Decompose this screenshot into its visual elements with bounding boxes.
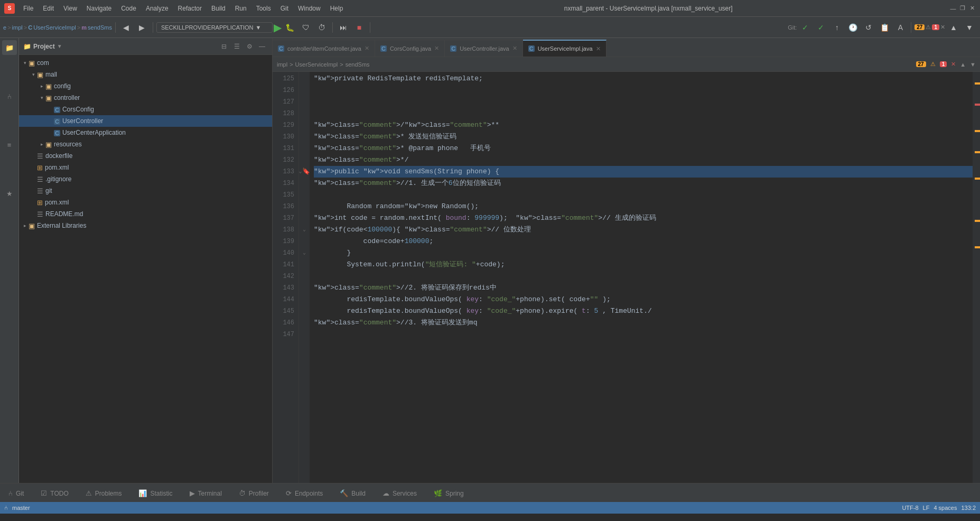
code-line-131[interactable]: "kw">class="comment">* @param phone 手机号	[314, 143, 973, 154]
stop-button[interactable]: ■	[352, 20, 367, 35]
menu-item-code[interactable]: Code	[117, 3, 141, 14]
bottom-tab-endpoints[interactable]: ⟳Endpoints	[277, 483, 331, 503]
code-line-144[interactable]: redisTemplate.boundValueOps( key: "code_…	[314, 294, 973, 305]
code-editor[interactable]: 1251261271281291301311321331341351361371…	[273, 72, 980, 483]
git-push-button[interactable]: ✓	[814, 20, 828, 35]
project-dropdown-icon[interactable]: ▼	[57, 43, 62, 49]
menu-item-navigate[interactable]: Navigate	[82, 3, 116, 14]
settings-button[interactable]: ⚙	[244, 41, 255, 52]
code-line-133[interactable]: "kw">public "kw">void sendSms(String pho…	[314, 166, 973, 178]
tab-close-CorsConfig[interactable]: ✕	[434, 45, 439, 52]
bottom-tab-spring[interactable]: 🌿Spring	[425, 483, 472, 503]
code-line-141[interactable]: System.out.println("短信验证码: "+code);	[314, 259, 973, 271]
code-line-132[interactable]: "kw">class="comment">*/	[314, 154, 973, 166]
git-check-button[interactable]: ✓	[798, 20, 813, 35]
scroll-minimap[interactable]	[973, 72, 980, 483]
nav-up-icon[interactable]: ▲	[960, 61, 966, 68]
breadcrumb-item[interactable]: impl	[12, 24, 23, 31]
tree-item-resources[interactable]: ▸▣resources	[19, 138, 272, 150]
menu-item-run[interactable]: Run	[231, 3, 251, 14]
tree-item-git[interactable]: ☰git	[19, 185, 272, 197]
git-pull-button[interactable]: ↑	[829, 20, 844, 35]
copy-path-button[interactable]: 📋	[877, 20, 892, 35]
side-icon-project[interactable]: 📁	[2, 40, 17, 55]
menu-item-help[interactable]: Help	[326, 3, 348, 14]
code-line-146[interactable]: "kw">class="comment">//3. 将验证码发送到mq	[314, 317, 973, 329]
tab-close-UserServiceImpl[interactable]: ✕	[596, 45, 601, 52]
bottom-tab-problems[interactable]: ⚠Problems	[77, 483, 130, 503]
tree-item-controller[interactable]: ▾▣controller	[19, 92, 272, 104]
tab-UserController[interactable]: CUserController.java✕	[445, 40, 523, 57]
tab-UserServiceImpl[interactable]: CUserServiceImpl.java✕	[523, 40, 606, 57]
menu-item-window[interactable]: Window	[294, 3, 325, 14]
menu-bar[interactable]: FileEditViewNavigateCodeAnalyzeRefactorB…	[19, 3, 347, 14]
code-line-126[interactable]	[314, 85, 973, 96]
bottom-tab-terminal[interactable]: ▶Terminal	[181, 483, 230, 503]
code-line-125[interactable]: "kw">private RedisTemplate redisTemplate…	[314, 73, 973, 85]
tree-item-README.md[interactable]: ☰README.md	[19, 208, 272, 220]
tree-item-ExternalLibraries[interactable]: ▸▣External Libraries	[19, 220, 272, 231]
minimize-button[interactable]: —	[949, 5, 957, 12]
bottom-tab-profiler[interactable]: ⏱Profiler	[230, 483, 277, 503]
nav-down[interactable]: ▼	[962, 20, 977, 35]
menu-item-refactor[interactable]: Refactor	[174, 3, 206, 14]
code-line-130[interactable]: "kw">class="comment">* 发送短信验证码	[314, 131, 973, 143]
bottom-tab-statistic[interactable]: 📊Statistic	[130, 483, 181, 503]
code-line-143[interactable]: "kw">class="comment">//2. 将验证码保存到redis中	[314, 282, 973, 294]
navigate-forward-button[interactable]: ▶	[135, 20, 150, 35]
close-button[interactable]: ✕	[968, 5, 976, 12]
code-line-137[interactable]: "kw">int code = random.nextInt( bound: 9…	[314, 212, 973, 224]
code-line-129[interactable]: "kw">class="comment">/"kw">class="commen…	[314, 119, 973, 131]
menu-item-view[interactable]: View	[59, 3, 81, 14]
breadcrumb-item[interactable]: UserServiceImpl	[33, 24, 76, 31]
menu-item-file[interactable]: File	[19, 3, 38, 14]
code-line-145[interactable]: redisTemplate.boundValueOps( key: "code_…	[314, 305, 973, 317]
run-button[interactable]: ▶	[274, 21, 282, 34]
tree-item-mall[interactable]: ▾▣mall	[19, 69, 272, 80]
run-config-selector[interactable]: SECKILLPROVIDERAPPLICATION ▼	[156, 22, 273, 33]
tree-item-config[interactable]: ▸▣config	[19, 80, 272, 92]
git-branch-label[interactable]: master	[12, 505, 30, 511]
step-over-button[interactable]: ⏭	[336, 20, 351, 35]
minimize-panel-button[interactable]: —	[256, 41, 268, 52]
code-content[interactable]: "kw">private RedisTemplate redisTemplate…	[310, 72, 973, 483]
side-icon-commit[interactable]: ⑃	[2, 89, 17, 104]
filter-button[interactable]: ☰	[231, 41, 242, 52]
status-line-ending[interactable]: LF	[923, 505, 930, 511]
collapse-all-button[interactable]: ⊟	[218, 41, 230, 52]
bottom-tab-todo[interactable]: ☑TODO	[32, 483, 77, 503]
code-line-139[interactable]: code=code+100000;	[314, 236, 973, 247]
tree-item-CorsConfig[interactable]: CCorsConfig	[19, 104, 272, 115]
window-controls[interactable]: — ❐ ✕	[949, 5, 976, 12]
bottom-tab-services[interactable]: ☁Services	[374, 483, 425, 503]
fold-icon-140[interactable]: ⌄	[303, 247, 306, 259]
bottom-tab-build[interactable]: 🔨Build	[331, 483, 374, 503]
code-line-134[interactable]: "kw">class="comment">//1. 生成一个6位的短信验证码	[314, 178, 973, 189]
code-line-140[interactable]: }	[314, 247, 973, 259]
maximize-button[interactable]: ❐	[959, 5, 966, 12]
code-line-135[interactable]	[314, 189, 973, 201]
tree-item-UserCenterApplication[interactable]: CUserCenterApplication	[19, 127, 272, 138]
profiler-button[interactable]: ⏱	[314, 20, 329, 35]
translate-button[interactable]: A	[893, 20, 908, 35]
menu-item-analyze[interactable]: Analyze	[142, 3, 173, 14]
code-line-138[interactable]: "kw">if(code<100000){ "kw">class="commen…	[314, 224, 973, 236]
nav-down-icon[interactable]: ▼	[970, 61, 976, 68]
tab-close-UserController[interactable]: ✕	[512, 45, 517, 52]
menu-item-git[interactable]: Git	[276, 3, 293, 14]
tab-CorsConfig[interactable]: CCorsConfig.java✕	[375, 40, 445, 57]
tree-item-dockerfile[interactable]: ☰dockerfile	[19, 150, 272, 162]
code-line-147[interactable]	[314, 329, 973, 340]
menu-item-tools[interactable]: Tools	[252, 3, 275, 14]
bookmark-icon-133[interactable]: 🔖	[302, 166, 310, 178]
tree-item-.gitignore[interactable]: ☰.gitignore	[19, 173, 272, 185]
tab-ItemController[interactable]: Ccontroller\ItemController.java✕	[273, 40, 375, 57]
coverage-button[interactable]: 🛡	[298, 20, 313, 35]
git-revert-button[interactable]: ↺	[861, 20, 876, 35]
tree-item-pom.xml2[interactable]: ⊞pom.xml	[19, 197, 272, 208]
tab-close-ItemController[interactable]: ✕	[365, 45, 369, 52]
menu-item-build[interactable]: Build	[207, 3, 230, 14]
fold-icon-138[interactable]: ⌄	[303, 224, 306, 236]
side-icon-favorites[interactable]: ★	[2, 186, 17, 201]
nav-up[interactable]: ▲	[946, 20, 961, 35]
